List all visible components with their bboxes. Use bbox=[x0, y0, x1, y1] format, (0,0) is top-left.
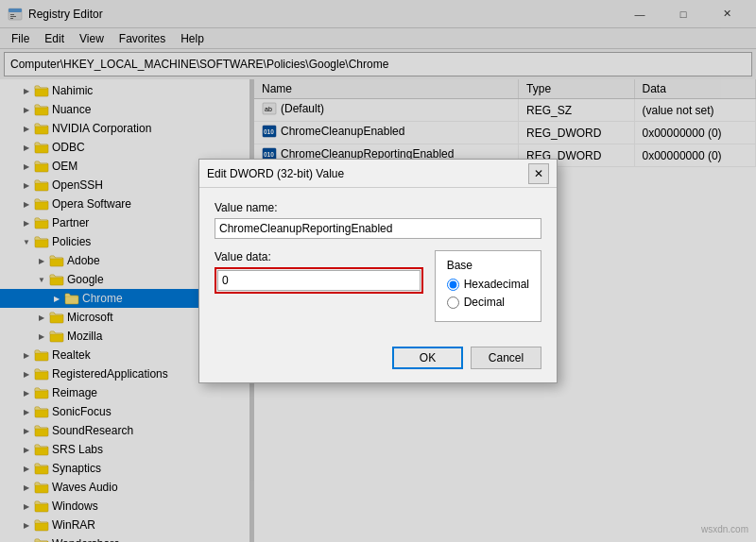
radio-hexadecimal[interactable]: Hexadecimal bbox=[447, 278, 529, 291]
edit-dword-dialog: Edit DWORD (32-bit) Value ✕ Value name: … bbox=[198, 159, 558, 383]
value-data-wrapper bbox=[215, 267, 423, 294]
cancel-button[interactable]: Cancel bbox=[471, 347, 541, 369]
watermark: wsxdn.com bbox=[701, 524, 748, 534]
dialog-value-row: Value data: Base Hexadecimal Decimal bbox=[215, 250, 541, 322]
value-name-input[interactable] bbox=[215, 218, 541, 239]
radio-decimal-label: Decimal bbox=[464, 296, 505, 309]
radio-hexadecimal-input[interactable] bbox=[447, 279, 459, 291]
radio-hexadecimal-label: Hexadecimal bbox=[464, 278, 529, 291]
radio-decimal-input[interactable] bbox=[447, 296, 459, 309]
dialog-title-bar: Edit DWORD (32-bit) Value ✕ bbox=[199, 160, 557, 188]
dialog-close-button[interactable]: ✕ bbox=[528, 163, 549, 184]
dialog-overlay: Edit DWORD (32-bit) Value ✕ Value name: … bbox=[0, 0, 756, 542]
base-box: Base Hexadecimal Decimal bbox=[435, 250, 541, 322]
value-data-label: Value data: bbox=[215, 250, 423, 263]
dialog-body: Value name: Value data: Base Hexadecimal bbox=[199, 188, 557, 335]
dialog-title: Edit DWORD (32-bit) Value bbox=[207, 167, 344, 180]
value-data-input[interactable] bbox=[217, 270, 421, 291]
ok-button[interactable]: OK bbox=[392, 347, 463, 369]
dialog-value-left: Value data: bbox=[215, 250, 423, 322]
value-name-label: Value name: bbox=[215, 201, 541, 214]
dialog-buttons: OK Cancel bbox=[199, 335, 557, 382]
radio-decimal[interactable]: Decimal bbox=[447, 296, 529, 309]
base-title: Base bbox=[447, 259, 529, 272]
